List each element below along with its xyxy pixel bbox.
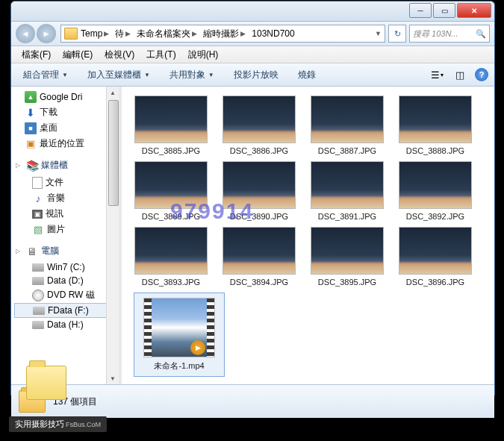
menu-bar: 檔案(F) 編輯(E) 檢視(V) 工具(T) 說明(H) [11, 46, 494, 63]
sidebar-item-pictures[interactable]: ▧圖片 [14, 222, 107, 237]
drive-icon [32, 263, 44, 272]
thumbnail-image [399, 227, 472, 275]
back-button[interactable]: ◄ [16, 24, 35, 43]
menu-help[interactable]: 說明(H) [182, 47, 225, 63]
sidebar-item-dvd[interactable]: DVD RW 磁 [14, 287, 107, 303]
file-label: DSC_3887.JPG [310, 146, 385, 155]
thumbnail-image [399, 96, 472, 143]
include-library-button[interactable]: 加入至媒體櫃▼ [81, 66, 156, 84]
recent-icon: ▣ [25, 138, 37, 150]
search-input[interactable]: 搜尋 103N...🔍 [409, 25, 490, 43]
sidebar-item-drive-c[interactable]: Win7 (C:) [14, 260, 107, 274]
status-bar: 137 個項目 [11, 384, 494, 418]
sidebar-item-drive-d[interactable]: Data (D:) [14, 274, 107, 287]
sidebar-item-drive-f[interactable]: FData (F:) [14, 303, 107, 318]
share-button[interactable]: 共用對象▼ [164, 66, 220, 84]
command-bar: 組合管理▼ 加入至媒體櫃▼ 共用對象▼ 投影片放映 燒錄 ☰▼ ◫ ? [11, 63, 494, 87]
slideshow-button[interactable]: 投影片放映 [228, 66, 284, 84]
file-item[interactable]: DSC_3891.JPG [310, 161, 385, 221]
preview-pane-icon[interactable]: ◫ [452, 68, 467, 81]
file-item[interactable]: DSC_3888.JPG [398, 96, 473, 155]
breadcrumb-item[interactable]: Temp▶ [78, 28, 112, 39]
thumbnail-image [311, 161, 384, 209]
watermark-text: 979914 [170, 198, 254, 224]
breadcrumb-dropdown-icon[interactable]: ▼ [375, 30, 382, 37]
file-item[interactable]: DSC_3885.JPG [134, 96, 208, 155]
document-icon [32, 177, 43, 189]
breadcrumb-item[interactable]: 未命名檔案夾▶ [134, 28, 200, 40]
burn-button[interactable]: 燒錄 [292, 66, 322, 84]
play-icon: ▶ [190, 340, 205, 355]
file-label: DSC_3892.JPG [398, 212, 473, 221]
thumbnail-image [223, 96, 296, 143]
refresh-button[interactable]: ↻ [388, 25, 406, 43]
scroll-thumb[interactable] [108, 100, 119, 206]
video-thumbnail: ▶ [143, 298, 215, 357]
picture-icon: ▧ [32, 224, 44, 236]
scroll-up-icon[interactable]: ▲ [107, 87, 119, 98]
organize-button[interactable]: 組合管理▼ [17, 66, 74, 84]
help-icon[interactable]: ? [475, 68, 488, 81]
file-label: DSC_3888.JPG [398, 146, 473, 155]
scroll-down-icon[interactable]: ▼ [107, 372, 119, 384]
sidebar-item-recent[interactable]: ▣最近的位置 [14, 136, 107, 151]
file-item-selected[interactable]: ▶未命名-1.mp4 [134, 293, 225, 377]
breadcrumb-item[interactable]: 103ND700 [249, 28, 297, 39]
breadcrumb-bar[interactable]: Temp▶ 待▶ 未命名檔案夾▶ 縮時攝影▶ 103ND700 ▼ [60, 25, 385, 43]
sidebar-scrollbar[interactable]: ▲ ▼ [106, 87, 119, 384]
expand-icon[interactable]: ▷ [16, 248, 23, 254]
sidebar-item-drive-h[interactable]: Data (H:) [14, 318, 107, 331]
file-item[interactable]: DSC_3887.JPG [310, 96, 385, 155]
desktop-folder-icon[interactable] [26, 366, 66, 400]
video-icon: ▣ [32, 210, 43, 219]
file-label: DSC_3885.JPG [134, 146, 208, 155]
close-button[interactable]: ✕ [457, 3, 491, 18]
sidebar-item-downloads[interactable]: ⬇下載 [14, 104, 107, 120]
file-item[interactable]: DSC_3896.JPG [398, 227, 473, 287]
sidebar-item-music[interactable]: ♪音樂 [14, 190, 107, 206]
credit-badge: 实用摄影技巧FsBus.CoM [9, 416, 107, 432]
menu-tools[interactable]: 工具(T) [140, 47, 181, 63]
file-list-pane[interactable]: DSC_3885.JPGDSC_3886.JPGDSC_3887.JPGDSC_… [122, 87, 494, 384]
file-item[interactable]: DSC_3895.JPG [310, 227, 385, 287]
file-label: DSC_3893.JPG [134, 278, 208, 287]
menu-file[interactable]: 檔案(F) [16, 47, 57, 63]
maximize-button[interactable]: ▭ [433, 3, 455, 18]
forward-button[interactable]: ► [37, 24, 56, 43]
sidebar-item-videos[interactable]: ▣視訊 [14, 206, 107, 222]
view-options-icon[interactable]: ☰▼ [430, 68, 445, 81]
file-label: DSC_3891.JPG [310, 212, 385, 221]
menu-view[interactable]: 檢視(V) [99, 47, 140, 63]
titlebar[interactable]: ─ ▭ ✕ [11, 1, 494, 22]
sidebar-item-googledrive[interactable]: ▲Google Dri [14, 90, 107, 104]
drive-icon [32, 321, 44, 329]
folder-icon [64, 28, 78, 40]
breadcrumb-item[interactable]: 待▶ [112, 28, 134, 40]
music-icon: ♪ [32, 193, 44, 204]
file-label: DSC_3886.JPG [222, 146, 296, 155]
sidebar-item-desktop[interactable]: ■桌面 [14, 120, 107, 136]
file-item[interactable]: DSC_3894.JPG [222, 227, 296, 287]
file-label: DSC_3894.JPG [222, 278, 296, 287]
menu-edit[interactable]: 編輯(E) [57, 47, 99, 63]
thumbnail-image [223, 227, 296, 275]
minimize-button[interactable]: ─ [409, 3, 432, 18]
thumbnail-image [311, 227, 384, 275]
sidebar-header-libraries[interactable]: ▷📚媒體櫃 [14, 156, 107, 175]
sidebar-header-computer[interactable]: ▷🖥電腦 [14, 242, 107, 260]
file-item[interactable]: DSC_3892.JPG [398, 161, 473, 221]
expand-icon[interactable]: ▷ [16, 162, 23, 169]
file-label: 未命名-1.mp4 [139, 360, 220, 372]
thumbnail-image [399, 161, 472, 209]
sidebar-item-documents[interactable]: 文件 [14, 175, 107, 190]
search-icon: 🔍 [476, 29, 486, 39]
thumbnail-image [134, 227, 208, 275]
file-item[interactable]: DSC_3893.JPG [134, 227, 208, 287]
file-label: DSC_3895.JPG [310, 278, 385, 287]
breadcrumb-item[interactable]: 縮時攝影▶ [200, 28, 249, 40]
thumbnail-image [134, 96, 208, 143]
file-item[interactable]: DSC_3886.JPG [222, 96, 296, 155]
desktop-icon: ■ [25, 122, 37, 134]
drive-icon [32, 277, 44, 285]
file-label: DSC_3896.JPG [398, 278, 473, 287]
